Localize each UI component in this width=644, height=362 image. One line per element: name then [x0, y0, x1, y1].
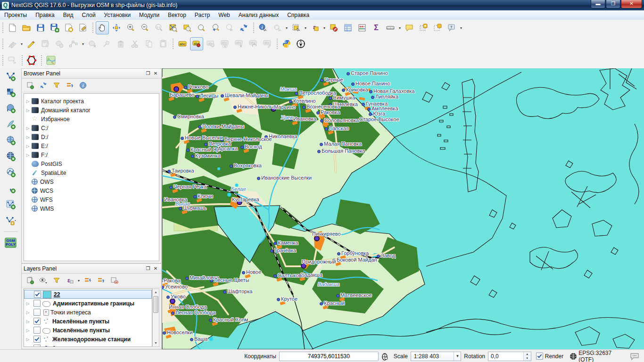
zoom-to-selection-button[interactable] [195, 21, 208, 34]
add-delimited-text-layer-button[interactable]: , [4, 182, 17, 195]
browser-item[interactable]: ▷E:/ [24, 141, 159, 150]
menu-item-1[interactable]: Правка [31, 11, 59, 19]
new-bookmark-button[interactable] [417, 21, 430, 34]
browser-item[interactable]: Избранное [24, 115, 159, 123]
crs-status-icon[interactable] [569, 352, 578, 361]
add-feature-button[interactable] [53, 37, 66, 50]
new-shapefile-layer-button[interactable] [4, 198, 17, 211]
browser-item[interactable]: OWS [24, 177, 159, 186]
properties-info-button[interactable]: i [77, 79, 89, 91]
map-canvas[interactable]: Старое ПаниноНовое ПаниноЧерныеПетрослоб… [162, 68, 644, 349]
menu-item-6[interactable]: Вектор [164, 11, 190, 19]
save-layer-edits-button[interactable] [39, 37, 52, 50]
layer-visibility-checkbox[interactable] [33, 300, 41, 307]
select-features-button[interactable] [289, 21, 303, 34]
layer-row[interactable]: ▷Населённые пункты [24, 326, 152, 335]
browser-item[interactable]: ▷C:/ [24, 123, 159, 132]
move-feature-button[interactable] [86, 37, 99, 50]
zoom-next-button[interactable] [223, 21, 236, 34]
layer-visibility-checkbox[interactable] [34, 291, 41, 298]
new-layer-dropdown-button[interactable] [4, 214, 17, 227]
toolbar-grip[interactable] [252, 22, 255, 33]
browser-item[interactable]: ▷Домашний каталог [24, 106, 159, 115]
toolbar-grip[interactable] [91, 22, 94, 33]
add-raster-layer-button[interactable] [4, 86, 17, 99]
layer-row[interactable]: Здания [24, 344, 152, 347]
sum-statistics-button[interactable]: Σ [370, 21, 383, 34]
coordinates-input[interactable] [279, 352, 379, 361]
rotation-up-icon[interactable]: ▲ [524, 352, 531, 356]
new-project-button[interactable] [6, 21, 19, 34]
browser-item[interactable]: PostGIS [24, 159, 159, 168]
browser-item[interactable]: ▷F:/ [24, 150, 159, 159]
expander-icon[interactable]: ▷ [24, 301, 32, 306]
collapse-all-button[interactable] [64, 79, 76, 91]
expander-icon[interactable]: ▷ [24, 153, 32, 157]
toolbar-grip[interactable] [1, 38, 4, 49]
refresh-browser-button[interactable] [37, 79, 50, 91]
zoom-out-button[interactable] [138, 21, 151, 34]
node-tool-dropdown[interactable]: ▾ [81, 38, 85, 50]
filter-by-expression-button[interactable]: ε [64, 274, 76, 287]
menu-item-9[interactable]: Анализ данных [234, 11, 283, 19]
open-project-button[interactable] [20, 21, 33, 34]
highlight-pinned-labels-button[interactable]: ab [204, 37, 217, 50]
expander-icon[interactable]: ▷ [24, 108, 32, 113]
measure-button[interactable] [384, 21, 397, 34]
layers-scrollbar[interactable]: ▲ ▼ [152, 288, 159, 347]
plugin-compass-button[interactable] [294, 37, 307, 50]
layer-visibility-checkbox[interactable] [33, 327, 41, 334]
scroll-up-icon[interactable]: ▲ [153, 289, 159, 296]
add-wfs-layer-button[interactable] [4, 166, 17, 179]
layer-row[interactable]: ▷Населённые пункты [24, 317, 152, 326]
toolbar-grip[interactable] [275, 38, 279, 49]
expander-icon[interactable]: ▷ [24, 126, 32, 131]
toolbar-grip[interactable] [1, 55, 4, 66]
close-panel-icon[interactable]: ✕ [152, 265, 159, 272]
show-hide-labels-button[interactable]: abc [218, 37, 231, 50]
render-checkbox[interactable] [536, 353, 543, 360]
rotation-spinbox[interactable]: 0,0 ▲▼ [488, 352, 531, 361]
menu-item-10[interactable]: Справка [283, 11, 314, 19]
add-selected-layers-button[interactable] [24, 79, 36, 91]
expand-all-button[interactable] [82, 274, 94, 287]
python-console-button[interactable] [280, 37, 293, 50]
close-button[interactable]: ✕ [621, 0, 642, 8]
osm-poly-hexagon-button[interactable] [25, 54, 38, 67]
feature-action-dropdown[interactable]: ▾ [284, 22, 289, 34]
zoom-to-layer-button[interactable] [181, 21, 194, 34]
paste-features-button[interactable] [157, 37, 170, 50]
current-edits-button[interactable] [6, 37, 19, 50]
layer-visibility-checkbox[interactable] [33, 318, 41, 325]
layer-visibility-checkbox[interactable] [33, 309, 41, 316]
scale-dropdown-icon[interactable]: ▼ [454, 352, 461, 361]
open-attribute-table-button[interactable] [341, 21, 355, 34]
browser-item[interactable]: WCS [24, 186, 159, 195]
composer-manager-button[interactable] [76, 21, 90, 34]
add-postgis-layer-button[interactable] [4, 102, 17, 115]
osm-poly-plugin-button[interactable]: OSMPOLY [4, 236, 17, 249]
refresh-button[interactable] [237, 21, 250, 34]
layer-row[interactable]: 22 [24, 290, 152, 299]
filter-legend-button[interactable] [50, 274, 63, 287]
remove-layer-button[interactable] [108, 274, 120, 287]
restore-button[interactable]: ❐ [606, 0, 620, 8]
layer-row[interactable]: ▷Железнодорожные станции [24, 335, 152, 344]
annotation-dropdown[interactable]: ▾ [459, 22, 463, 34]
quickmapservices-button[interactable] [44, 54, 58, 67]
measure-dropdown[interactable]: ▾ [397, 22, 402, 34]
toolbar-grip[interactable] [20, 55, 24, 66]
expander-icon[interactable]: ▷ [24, 135, 32, 140]
layers-panel-header[interactable]: Layers Panel ❐ ✕ [22, 264, 161, 274]
add-group-button[interactable] [24, 274, 36, 287]
map-tips-button[interactable] [403, 21, 416, 34]
scroll-down-icon[interactable]: ▼ [153, 340, 159, 346]
browser-panel-header[interactable]: Browser Panel ❐ ✕ [22, 69, 161, 79]
menu-item-0[interactable]: Проекты [0, 11, 31, 19]
browser-item[interactable]: WFS [24, 195, 159, 204]
select-features-dropdown[interactable]: ▾ [303, 22, 308, 34]
delete-selected-button[interactable] [114, 37, 127, 50]
menu-item-4[interactable]: Установки [100, 11, 135, 19]
labeling-options-button[interactable]: abc [176, 37, 189, 50]
scale-combo[interactable]: 1:288 403 ▼ [411, 352, 462, 361]
